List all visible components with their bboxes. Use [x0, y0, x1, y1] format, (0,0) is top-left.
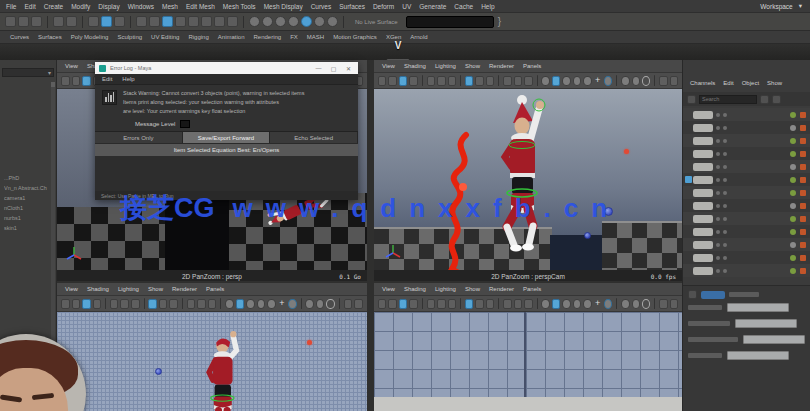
viewport-toolbar-icon[interactable]: [475, 76, 483, 86]
snap-icon[interactable]: [327, 16, 338, 27]
menubar-item[interactable]: Deform: [373, 3, 394, 10]
viewport-toolbar-icon[interactable]: [305, 299, 314, 309]
viewport-toolbar-icon[interactable]: [399, 299, 407, 309]
mute-toggle[interactable]: [800, 125, 806, 131]
field-input[interactable]: [727, 351, 789, 360]
viewport-toolbar-icon[interactable]: [670, 76, 678, 86]
viewport-menu-item[interactable]: Show: [465, 286, 480, 292]
viewport-toolbar-icon[interactable]: [427, 76, 435, 86]
viewport-toolbar-icon[interactable]: [409, 299, 417, 309]
add-icon[interactable]: +: [594, 299, 602, 309]
visibility-toggle[interactable]: [790, 255, 796, 261]
layer-state-icon[interactable]: [723, 204, 727, 208]
layer-state-icon[interactable]: [716, 126, 720, 130]
layer-state-icon[interactable]: [723, 165, 727, 169]
layer-thumbnail[interactable]: [693, 254, 713, 262]
channel-box-row[interactable]: [683, 251, 810, 264]
viewport-toolbar-icon[interactable]: [514, 299, 522, 309]
layer-state-icon[interactable]: [723, 139, 727, 143]
layer-state-icon[interactable]: [723, 243, 727, 247]
menubar-item[interactable]: Curves: [311, 3, 332, 10]
toolbar-icon[interactable]: [88, 16, 99, 27]
viewport-toolbar-icon[interactable]: [82, 299, 91, 309]
mute-toggle[interactable]: [800, 164, 806, 170]
viewport-toolbar-icon[interactable]: [409, 76, 417, 86]
layer-state-icon[interactable]: [716, 152, 720, 156]
toolbar-icon[interactable]: [5, 16, 16, 27]
viewport-menu-item[interactable]: Lighting: [118, 286, 139, 292]
visibility-toggle[interactable]: [790, 138, 796, 144]
viewport-toolbar-icon[interactable]: [552, 76, 560, 86]
viewport-menu-item[interactable]: View: [65, 286, 78, 292]
viewport-toolbar-icon[interactable]: [583, 76, 591, 86]
viewport-toolbar-icon[interactable]: [503, 299, 511, 309]
manipulator-sphere[interactable]: [604, 207, 613, 216]
viewport-toolbar-icon[interactable]: [159, 299, 168, 309]
viewport-toolbar-icon[interactable]: [573, 76, 581, 86]
message-level-field[interactable]: [180, 120, 190, 128]
mute-toggle[interactable]: [800, 177, 806, 183]
layer-thumbnail[interactable]: [693, 176, 713, 184]
layer-state-icon[interactable]: [723, 178, 727, 182]
motion-trail-curve[interactable]: [436, 127, 491, 270]
visibility-toggle[interactable]: [790, 151, 796, 157]
viewport-toolbar-icon[interactable]: [573, 299, 581, 309]
layer-thumbnail[interactable]: [693, 189, 713, 197]
viewport-toolbar-icon[interactable]: [562, 299, 570, 309]
viewport-splitter-horizontal[interactable]: [57, 281, 682, 283]
channel-box-row[interactable]: [683, 173, 810, 186]
dialog-titlebar[interactable]: Error Log - Maya — ▢ ✕: [95, 62, 358, 74]
viewport-toolbar-icon[interactable]: [257, 299, 266, 309]
viewport-toolbar-icon[interactable]: [316, 299, 325, 309]
viewport-toolbar-icon[interactable]: [604, 76, 612, 86]
visibility-toggle[interactable]: [790, 112, 796, 118]
command-input[interactable]: [406, 16, 494, 28]
mute-toggle[interactable]: [800, 229, 806, 235]
ground-platform[interactable]: [602, 221, 682, 270]
viewport-splitter-vertical[interactable]: [367, 60, 374, 411]
viewport-menu-item[interactable]: View: [382, 63, 395, 69]
viewport-toolbar-icon[interactable]: [131, 299, 140, 309]
mute-toggle[interactable]: [800, 268, 806, 274]
field-input[interactable]: [743, 335, 805, 344]
viewport-menu-item[interactable]: Panels: [523, 63, 541, 69]
viewport-toolbar-icon[interactable]: [208, 299, 217, 309]
viewport-top-right[interactable]: ViewShadingLightingShowRendererPanels +: [374, 60, 682, 283]
toolbar-icon[interactable]: [66, 16, 77, 27]
layer-thumbnail[interactable]: [693, 111, 713, 119]
layer-thumbnail[interactable]: [693, 241, 713, 249]
channel-box-row[interactable]: [683, 264, 810, 277]
outliner-item[interactable]: skin1: [4, 225, 54, 231]
viewport-toolbar-icon[interactable]: [437, 299, 445, 309]
viewport-toolbar-icon[interactable]: [465, 299, 473, 309]
snap-icon[interactable]: [288, 16, 299, 27]
filter-icon[interactable]: [687, 95, 696, 104]
shelf-tab[interactable]: FX: [290, 34, 298, 40]
shelf-tab[interactable]: Rigging: [188, 34, 208, 40]
viewport-menu-item[interactable]: Lighting: [435, 286, 456, 292]
workspace-label[interactable]: Workspace: [760, 3, 792, 10]
outliner-scrollbar[interactable]: [51, 82, 55, 382]
layer-thumbnail[interactable]: [693, 215, 713, 223]
layer-thumbnail[interactable]: [693, 137, 713, 145]
viewport-toolbar-icon[interactable]: [465, 76, 473, 86]
channel-box-row[interactable]: [683, 147, 810, 160]
maximize-button[interactable]: ▢: [328, 65, 339, 72]
minimize-button[interactable]: —: [313, 65, 324, 71]
viewport-toolbar-icon[interactable]: [378, 76, 386, 86]
viewport-toolbar-icon[interactable]: [326, 299, 335, 309]
toolbar-icon[interactable]: [114, 16, 125, 27]
toolbar-icon[interactable]: [188, 16, 199, 27]
manipulator-sphere[interactable]: [584, 232, 591, 239]
viewport-toolbar-icon[interactable]: [486, 76, 494, 86]
menubar-item[interactable]: Mesh: [162, 3, 178, 10]
viewport-toolbar-icon[interactable]: [61, 76, 70, 86]
dialog-action-button[interactable]: Item Selected Equation Best: En/Opens: [95, 143, 358, 156]
viewport-toolbar-icon[interactable]: [621, 299, 629, 309]
viewport-scene-front[interactable]: [57, 312, 367, 411]
viewport-bottom-right[interactable]: ViewShadingLightingShowRendererPanels +: [374, 283, 682, 411]
toolbar-icon[interactable]: [175, 16, 186, 27]
layer-state-icon[interactable]: [716, 178, 720, 182]
snap-icon[interactable]: [262, 16, 273, 27]
error-log-dialog[interactable]: Error Log - Maya — ▢ ✕ EditHelp Stack Wa…: [95, 62, 358, 200]
